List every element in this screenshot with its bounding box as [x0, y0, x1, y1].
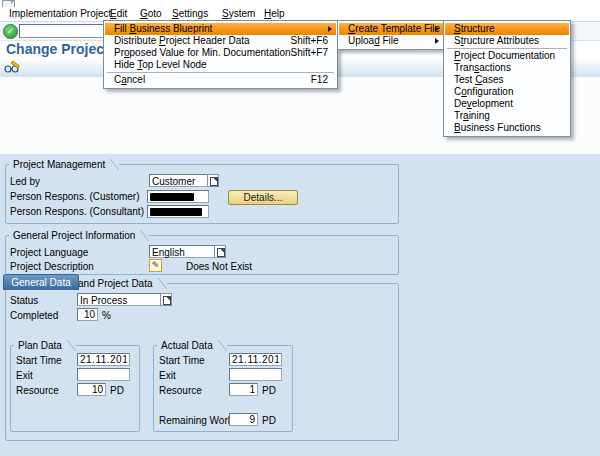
actual-exit-input[interactable]: [229, 368, 282, 381]
person-consultant-field[interactable]: [147, 205, 209, 218]
actual-resource-unit: PD: [262, 385, 276, 396]
project-language-label: Project Language: [10, 247, 88, 258]
shortcut-text: Shift+F6: [290, 35, 328, 47]
status-combo[interactable]: In Process: [77, 293, 172, 306]
person-customer-label: Person Respons. (Customer): [10, 191, 140, 202]
menu-item-project-documentation[interactable]: Project Documentation: [445, 50, 569, 62]
led-by-label: Led by: [10, 176, 40, 187]
person-consultant-label: Person Respons. (Consultant): [10, 206, 144, 217]
actual-resource-label: Resource: [159, 385, 202, 396]
status-label: Status: [10, 295, 38, 306]
shortcut-text: Shift+F7: [290, 47, 328, 59]
submenu-arrow-icon: [328, 26, 332, 32]
actual-exit-label: Exit: [159, 370, 176, 381]
plan-exit-input[interactable]: [77, 368, 130, 381]
plan-start-time-label: Start Time: [16, 355, 62, 366]
tab-strip: General Data Scope Proj. Team Member Sys…: [0, 137, 600, 154]
description-status-text: Does Not Exist: [186, 261, 252, 272]
enter-check-icon[interactable]: ✓: [3, 24, 18, 39]
submenu-arrow-icon: [435, 26, 439, 32]
menu-goto[interactable]: Goto: [140, 8, 162, 19]
actual-data-title: Actual Data: [157, 340, 227, 352]
remaining-work-unit: PD: [262, 415, 276, 426]
general-project-information-title: General Project Information: [9, 230, 149, 242]
person-customer-field[interactable]: [147, 190, 209, 203]
create-template-file-submenu: Structure Structure Attributes Project D…: [443, 20, 571, 137]
project-status-groupbox: Project Status and Project Data Status I…: [5, 283, 399, 441]
plan-start-time-input[interactable]: [77, 353, 130, 366]
sap-gui-window: Implementation Project Edit Goto Setting…: [0, 0, 600, 456]
menu-item-upload-file[interactable]: Upload File: [339, 35, 443, 47]
led-by-dropdown-icon[interactable]: [207, 174, 219, 187]
tab-general-data[interactable]: General Data: [3, 274, 79, 290]
completed-label: Completed: [10, 310, 58, 321]
menu-item-distribute-project-header-data[interactable]: Distribute Project Header Data Shift+F6: [105, 35, 336, 47]
menu-edit[interactable]: Edit: [110, 8, 127, 19]
project-management-groupbox: Project Management Led by Customer Perso…: [5, 164, 399, 224]
project-language-dropdown-icon[interactable]: [214, 245, 226, 258]
menu-system[interactable]: System: [222, 8, 255, 19]
menu-implementation-project[interactable]: Implementation Project: [9, 8, 111, 19]
project-management-title: Project Management: [9, 159, 119, 171]
display-change-toggle-icon[interactable]: [4, 61, 20, 74]
completed-input[interactable]: [77, 308, 98, 321]
completed-unit: %: [102, 310, 111, 321]
menu-item-structure-attributes[interactable]: Structure Attributes: [445, 35, 569, 47]
menu-item-cancel[interactable]: Cancel F12: [105, 74, 336, 86]
menu-item-training[interactable]: Training: [445, 110, 569, 122]
status-dropdown-icon[interactable]: [160, 293, 172, 306]
general-project-information-groupbox: General Project Information Project Lang…: [5, 235, 399, 275]
menu-item-proposed-value-min-documentation[interactable]: Proposed Value for Min. Documentation Sh…: [105, 47, 336, 59]
redacted-value: [150, 208, 202, 216]
menu-help[interactable]: Help: [264, 8, 285, 19]
menu-item-transactions[interactable]: Transactions: [445, 62, 569, 74]
submenu-arrow-icon: [435, 38, 439, 44]
menu-item-create-template-file[interactable]: Create Template File: [339, 23, 443, 35]
menu-item-configuration[interactable]: Configuration: [445, 86, 569, 98]
menu-separator: [447, 48, 567, 49]
remaining-work-input[interactable]: [229, 413, 258, 426]
plan-data-groupbox: Plan Data Start Time Exit Resource PD: [10, 345, 140, 432]
edit-menu: Fill Business Blueprint Distribute Proje…: [103, 20, 338, 89]
details-button[interactable]: Details...: [228, 190, 298, 205]
plan-resource-unit: PD: [110, 385, 124, 396]
edit-description-pencil-icon[interactable]: ✎: [149, 259, 162, 272]
menu-item-hide-top-level-node[interactable]: Hide Top Level Node: [105, 59, 336, 71]
plan-data-title: Plan Data: [14, 340, 76, 352]
menu-item-test-cases[interactable]: Test Cases: [445, 74, 569, 86]
actual-start-time-label: Start Time: [159, 355, 205, 366]
menu-item-business-functions[interactable]: Business Functions: [445, 122, 569, 134]
menu-separator: [107, 72, 334, 73]
menu-settings[interactable]: Settings: [172, 8, 208, 19]
project-description-label: Project Description: [10, 261, 94, 272]
actual-resource-input[interactable]: [229, 383, 258, 396]
actual-start-time-input[interactable]: [229, 353, 282, 366]
menu-item-development[interactable]: Development: [445, 98, 569, 110]
actual-data-groupbox: Actual Data Start Time Exit Resource PD …: [153, 345, 293, 432]
remaining-work-label: Remaining Work: [159, 415, 233, 426]
general-data-panel: Project Management Led by Customer Perso…: [0, 154, 600, 456]
menu-item-structure[interactable]: Structure: [445, 23, 569, 35]
fill-business-blueprint-submenu: Create Template File Upload File: [337, 20, 445, 50]
menu-item-fill-business-blueprint[interactable]: Fill Business Blueprint: [105, 23, 336, 35]
plan-resource-label: Resource: [16, 385, 59, 396]
shortcut-text: F12: [311, 74, 328, 86]
page-title: Change Project -: [6, 41, 117, 57]
plan-resource-input[interactable]: [77, 383, 106, 396]
redacted-value: [150, 193, 194, 201]
plan-exit-label: Exit: [16, 370, 33, 381]
